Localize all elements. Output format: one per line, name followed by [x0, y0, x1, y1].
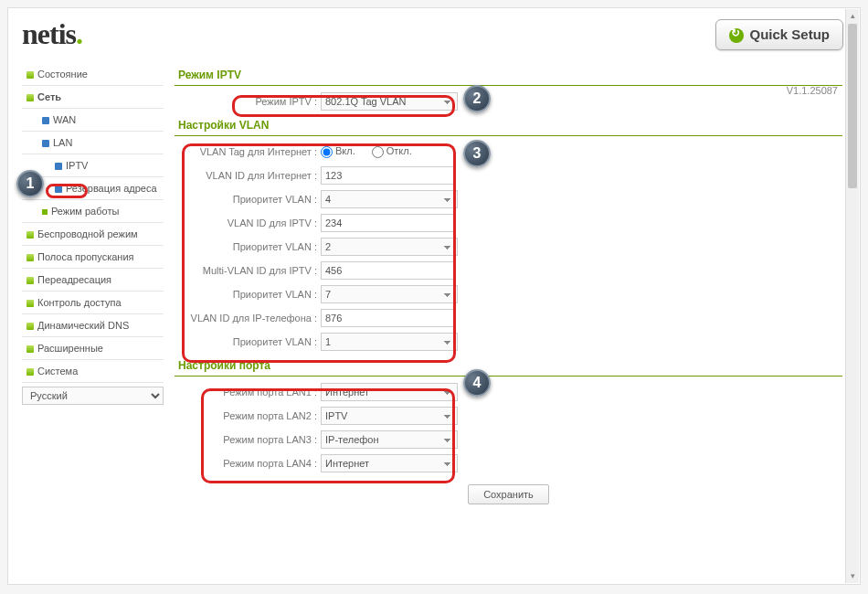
section-iptv-mode-title: Режим IPTV	[175, 63, 842, 86]
label-prio: Приоритет VLAN	[175, 289, 321, 300]
row-lan4: Режим порта LAN4 Интернет	[175, 451, 842, 475]
bullet-icon	[26, 368, 34, 376]
bullet-icon	[26, 277, 34, 284]
row-vlan-tag: VLAN Tag для Интернет Вкл. Откл.	[175, 140, 842, 164]
bullet-icon	[26, 345, 34, 353]
select-prio-multi[interactable]: 7	[321, 285, 458, 303]
sidebar-item-forwarding[interactable]: Переадресация	[22, 269, 164, 292]
label-vlan-id-iptv: VLAN ID для IPTV	[175, 217, 321, 228]
select-prio-internet[interactable]: 4	[321, 190, 458, 208]
bullet-icon	[55, 163, 62, 170]
sidebar-item-status[interactable]: Состояние	[22, 63, 164, 86]
sidebar-item-access[interactable]: Контроль доступа	[22, 292, 164, 314]
sidebar-item-lan[interactable]: LAN	[22, 132, 164, 154]
sidebar-label: Беспроводной режим	[37, 228, 138, 239]
label-lan1: Режим порта LAN1	[175, 387, 321, 398]
row-vlan-id-phone: VLAN ID для IP-телефона	[175, 306, 842, 330]
select-lan1[interactable]: Интернет	[321, 383, 458, 401]
select-prio-phone[interactable]: 1	[321, 333, 458, 351]
input-vlan-id-phone[interactable]	[321, 309, 454, 327]
input-vlan-id-iptv[interactable]	[321, 214, 454, 232]
row-multi-vlan-id: Multi-VLAN ID для IPTV	[175, 259, 842, 282]
sidebar-label: Сеть	[37, 91, 61, 102]
bullet-icon	[42, 117, 49, 124]
radio-vlan-off-label[interactable]: Откл.	[372, 145, 412, 158]
refresh-icon	[729, 28, 744, 43]
sidebar-label: IPTV	[66, 160, 88, 171]
bullet-icon	[26, 231, 34, 239]
quick-setup-button[interactable]: Quick Setup	[715, 19, 843, 50]
sidebar-item-bandwidth[interactable]: Полоса пропускания	[22, 246, 164, 269]
label-iptv-mode: Режим IPTV	[175, 96, 321, 107]
sidebar-item-wireless[interactable]: Беспроводной режим	[22, 223, 164, 246]
label-multi-vlan-id: Multi-VLAN ID для IPTV	[175, 265, 321, 276]
radio-vlan-off[interactable]	[372, 146, 384, 158]
select-lan4[interactable]: Интернет	[321, 454, 458, 472]
main: Состояние Сеть WAN LAN IPTV Резервация а…	[8, 63, 860, 575]
sidebar: Состояние Сеть WAN LAN IPTV Резервация а…	[22, 63, 164, 575]
sidebar-label: Режим работы	[51, 206, 119, 217]
row-vlan-id-internet: VLAN ID для Интернет	[175, 164, 842, 187]
label-prio: Приоритет VLAN	[175, 336, 321, 347]
select-iptv-mode[interactable]: 802.1Q Tag VLAN	[321, 92, 458, 111]
sidebar-label: Расширенные	[37, 343, 103, 354]
sidebar-label: WAN	[53, 114, 76, 125]
annotation-number-1: 1	[16, 170, 44, 197]
page: netis. Quick Setup V1.1.25087 Состояние …	[7, 7, 861, 585]
scrollbar-thumb[interactable]	[848, 24, 857, 188]
language-select[interactable]: Русский	[22, 387, 164, 405]
input-vlan-id-internet[interactable]	[321, 166, 454, 185]
sidebar-label: Переадресация	[37, 274, 111, 285]
bullet-icon	[26, 94, 34, 101]
annotation-number-2: 2	[463, 85, 491, 112]
section-port-title: Настройки порта	[175, 354, 842, 377]
row-prio-phone: Приоритет VLAN 1	[175, 330, 842, 354]
sidebar-label: Контроль доступа	[37, 297, 122, 308]
radio-vlan-on[interactable]	[321, 146, 333, 158]
sidebar-label: Резервация адреса	[66, 183, 157, 194]
row-iptv-mode: Режим IPTV 802.1Q Tag VLAN	[175, 90, 842, 113]
sidebar-label: Состояние	[37, 69, 88, 80]
row-prio-multi: Приоритет VLAN 7	[175, 282, 842, 306]
save-button[interactable]: Сохранить	[468, 484, 549, 504]
sidebar-label: Динамический DNS	[37, 320, 129, 331]
logo: netis.	[22, 17, 82, 50]
sidebar-item-mode[interactable]: Режим работы	[22, 200, 164, 223]
scrollbar-down-icon[interactable]: ▾	[846, 569, 859, 583]
section-vlan-title: Настройки VLAN	[175, 113, 842, 136]
sidebar-item-iptv[interactable]: IPTV	[22, 154, 164, 177]
label-lan2: Режим порта LAN2	[175, 410, 321, 421]
sidebar-label: LAN	[53, 137, 72, 148]
scrollbar-up-icon[interactable]: ▴	[846, 9, 859, 23]
radio-vlan-on-label[interactable]: Вкл.	[321, 145, 355, 158]
header: netis. Quick Setup	[8, 8, 860, 63]
content: Режим IPTV Режим IPTV 802.1Q Tag VLAN На…	[164, 63, 846, 575]
sidebar-item-system[interactable]: Система	[22, 360, 164, 383]
sidebar-item-network[interactable]: Сеть	[22, 86, 164, 109]
sidebar-item-wan[interactable]: WAN	[22, 109, 164, 132]
row-lan2: Режим порта LAN2 IPTV	[175, 404, 842, 428]
bullet-icon	[26, 323, 34, 330]
sidebar-label: Система	[37, 366, 78, 377]
quick-setup-label: Quick Setup	[749, 27, 830, 42]
label-prio: Приоритет VLAN	[175, 241, 321, 252]
bullet-icon	[26, 71, 34, 79]
select-lan2[interactable]: IPTV	[321, 407, 458, 425]
select-prio-iptv[interactable]: 2	[321, 238, 458, 256]
bullet-icon	[55, 186, 62, 193]
sidebar-item-ddns[interactable]: Динамический DNS	[22, 314, 164, 337]
label-prio: Приоритет VLAN	[175, 194, 321, 205]
input-multi-vlan-id[interactable]	[321, 261, 454, 280]
bullet-icon	[26, 300, 34, 307]
scrollbar[interactable]: ▴ ▾	[845, 9, 859, 583]
sidebar-label: Полоса пропускания	[37, 251, 134, 262]
row-prio-internet: Приоритет VLAN 4	[175, 187, 842, 211]
row-lan1: Режим порта LAN1 Интернет	[175, 380, 842, 404]
bullet-icon	[42, 140, 49, 147]
label-lan4: Режим порта LAN4	[175, 458, 321, 469]
sidebar-item-advanced[interactable]: Расширенные	[22, 337, 164, 360]
bullet-icon	[42, 209, 48, 215]
row-prio-iptv: Приоритет VLAN 2	[175, 235, 842, 259]
select-lan3[interactable]: IP-телефон	[321, 430, 458, 449]
firmware-version: V1.1.25087	[787, 85, 838, 96]
